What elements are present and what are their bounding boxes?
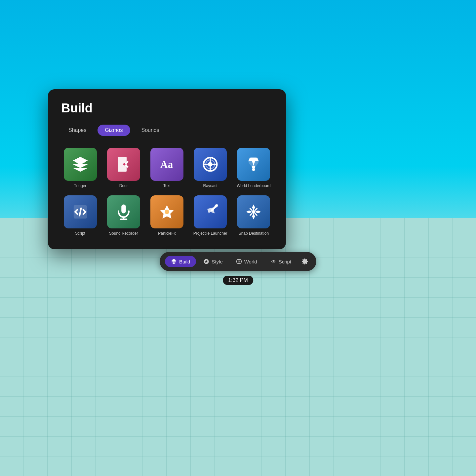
items-grid: Trigger Door Aa Text	[61, 148, 273, 236]
raycast-icon	[194, 148, 227, 181]
script-nav-icon	[270, 258, 276, 264]
door-icon	[107, 148, 140, 181]
script-label: Script	[75, 231, 85, 236]
particlefx-icon	[150, 195, 183, 228]
nav-build[interactable]: Build	[165, 256, 196, 267]
svg-rect-43	[252, 166, 255, 168]
trigger-label: Trigger	[74, 183, 87, 189]
text-label: Text	[163, 183, 171, 189]
tab-gizmos[interactable]: Gizmos	[98, 125, 130, 136]
item-text[interactable]: Aa Text	[148, 148, 186, 189]
item-particlefx[interactable]: ParticleFx	[148, 195, 186, 236]
svg-point-42	[252, 168, 255, 171]
item-trigger[interactable]: Trigger	[61, 148, 99, 189]
snap-destination-icon	[237, 195, 270, 228]
trigger-icon	[64, 148, 97, 181]
nav-style-label: Style	[212, 259, 222, 264]
time-display: 1:32 PM	[223, 276, 253, 285]
item-raycast[interactable]: Raycast	[191, 148, 229, 189]
world-nav-icon	[236, 258, 242, 264]
tab-sounds[interactable]: Sounds	[134, 125, 167, 136]
item-projectile-launcher[interactable]: Projectile Launcher	[191, 195, 229, 236]
svg-point-35	[123, 163, 126, 166]
item-sound-recorder[interactable]: Sound Recorder	[104, 195, 142, 236]
raycast-label: Raycast	[203, 183, 218, 189]
item-world-leaderboard[interactable]: World Leaderboard	[235, 148, 273, 189]
text-icon: Aa	[150, 148, 183, 181]
item-script[interactable]: Script	[61, 195, 99, 236]
navbar: Build Style World Script	[160, 252, 316, 271]
world-leaderboard-icon	[237, 148, 270, 181]
svg-point-51	[252, 210, 256, 214]
item-door[interactable]: Door	[104, 148, 142, 189]
nav-build-label: Build	[179, 259, 190, 264]
sound-recorder-label: Sound Recorder	[109, 231, 138, 236]
nav-script[interactable]: Script	[264, 256, 297, 267]
nav-settings[interactable]	[298, 255, 311, 268]
gear-icon	[301, 258, 308, 265]
tabs-container: Shapes Gizmos Sounds	[61, 125, 273, 136]
build-nav-icon	[171, 258, 177, 264]
svg-point-49	[165, 210, 169, 214]
panel-title: Build	[61, 101, 273, 115]
nav-style[interactable]: Style	[197, 256, 228, 267]
nav-world[interactable]: World	[230, 256, 263, 267]
style-nav-icon	[203, 258, 209, 264]
script-icon	[64, 195, 97, 228]
svg-rect-46	[121, 204, 126, 213]
projectile-launcher-label: Projectile Launcher	[193, 231, 227, 236]
nav-world-label: World	[244, 259, 257, 264]
door-label: Door	[119, 183, 128, 189]
build-panel: Build Shapes Gizmos Sounds Trigger	[48, 89, 286, 249]
item-snap-destination[interactable]: Snap Destination	[235, 195, 273, 236]
world-leaderboard-label: World Leaderboard	[237, 183, 271, 189]
sound-recorder-icon	[107, 195, 140, 228]
tab-shapes[interactable]: Shapes	[61, 125, 94, 136]
nav-script-label: Script	[279, 259, 291, 264]
svg-text:Aa: Aa	[160, 159, 173, 170]
svg-point-50	[215, 204, 218, 207]
particlefx-label: ParticleFx	[158, 231, 176, 236]
snap-destination-label: Snap Destination	[239, 231, 269, 236]
projectile-launcher-icon	[194, 195, 227, 228]
